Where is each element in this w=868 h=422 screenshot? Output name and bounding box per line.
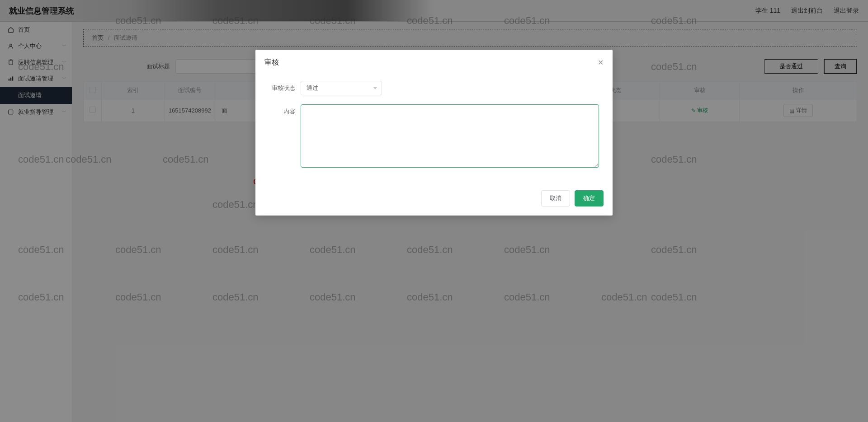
content-textarea[interactable] [301,104,599,168]
status-select[interactable]: 通过 [301,81,382,95]
dialog-title: 审核 [264,58,279,67]
cancel-button[interactable]: 取消 [541,190,570,206]
content-label: 内容 [269,104,301,119]
close-icon[interactable]: ✕ [598,58,604,67]
review-dialog: 审核 ✕ 审核状态 通过 内容 取消 确定 [255,50,613,216]
status-label: 审核状态 [269,81,301,95]
confirm-button[interactable]: 确定 [575,190,604,206]
modal-overlay: 审核 ✕ 审核状态 通过 内容 取消 确定 [0,0,868,422]
